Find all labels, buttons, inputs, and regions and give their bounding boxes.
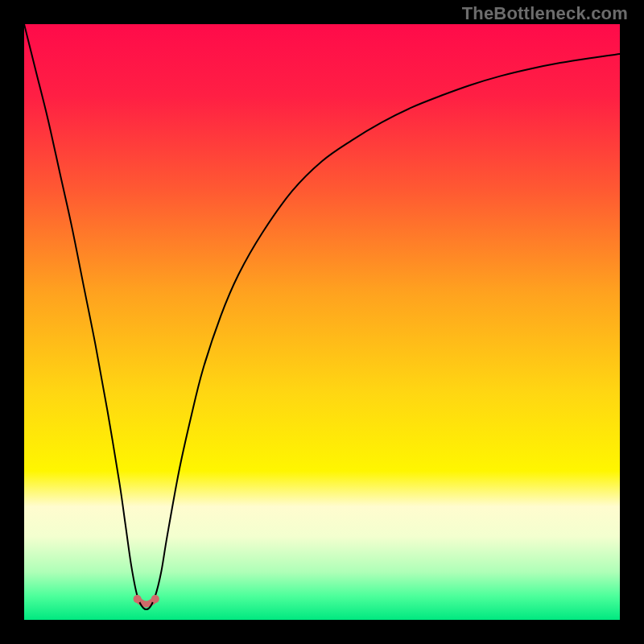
watermark-text: TheBottleneck.com [462,3,628,24]
bottleneck-curve [24,24,620,609]
curve-layer [24,24,620,620]
trough-right [151,595,159,603]
trough-left [134,595,142,603]
plot-area [24,24,620,620]
chart-frame: TheBottleneck.com [0,0,644,644]
